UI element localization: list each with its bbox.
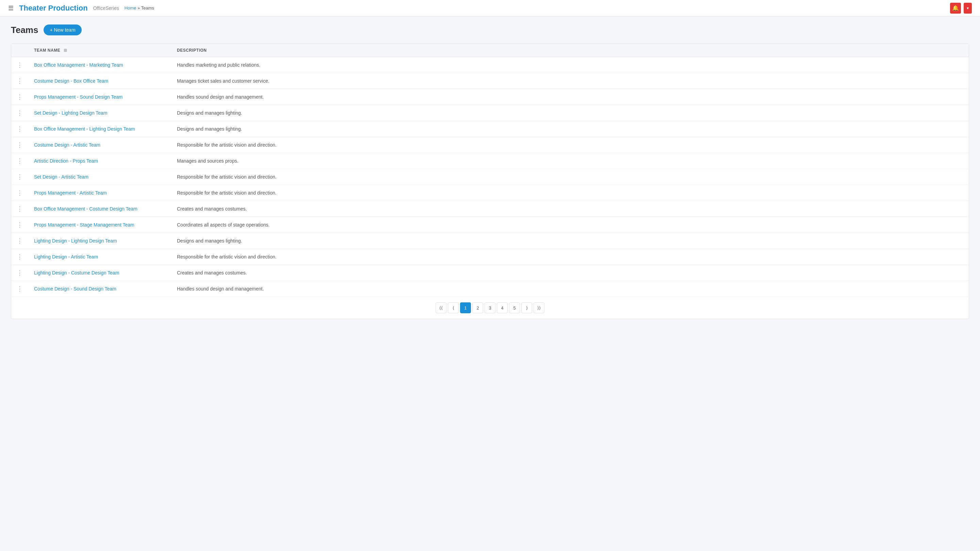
pagination-prev-button[interactable]: ⟨ [448, 302, 459, 313]
row-menu-cell: ⋮ [11, 121, 29, 137]
row-menu-cell: ⋮ [11, 201, 29, 217]
user-dropdown-button[interactable]: ▾ [964, 3, 972, 14]
row-description-cell: Responsible for the artistic vision and … [172, 249, 969, 265]
row-menu-cell: ⋮ [11, 217, 29, 233]
row-team-name-cell: Props Management - Sound Design Team [29, 89, 172, 105]
row-description-cell: Handles sound design and management. [172, 89, 969, 105]
table-row: ⋮Props Management - Artistic TeamRespons… [11, 185, 969, 201]
row-description-cell: Designs and manages lighting. [172, 105, 969, 121]
row-menu-dots-icon[interactable]: ⋮ [17, 173, 23, 180]
row-menu-dots-icon[interactable]: ⋮ [17, 253, 23, 260]
team-name-link[interactable]: Artistic Direction - Props Team [34, 158, 98, 164]
pagination-page-2[interactable]: 2 [472, 302, 483, 313]
col-description-header: DESCRIPTION [172, 44, 969, 57]
row-description-cell: Creates and manages costumes. [172, 201, 969, 217]
pagination-page-4[interactable]: 4 [497, 302, 508, 313]
table-row: ⋮Costume Design - Box Office TeamManages… [11, 73, 969, 89]
row-team-name-cell: Lighting Design - Artistic Team [29, 249, 172, 265]
pagination-page-5[interactable]: 5 [509, 302, 520, 313]
page-content: Teams + New team TEAM NAME ⊞ DESCRIPTION… [0, 16, 980, 327]
new-team-button[interactable]: + New team [43, 24, 81, 35]
row-menu-cell: ⋮ [11, 57, 29, 73]
row-description-cell: Designs and manages lighting. [172, 233, 969, 249]
row-description-cell: Responsible for the artistic vision and … [172, 185, 969, 201]
pagination-page-1[interactable]: 1 [460, 302, 471, 313]
row-menu-cell: ⋮ [11, 105, 29, 121]
row-menu-dots-icon[interactable]: ⋮ [17, 237, 23, 244]
row-menu-dots-icon[interactable]: ⋮ [17, 285, 23, 292]
row-team-name-cell: Set Design - Artistic Team [29, 169, 172, 185]
row-menu-cell: ⋮ [11, 169, 29, 185]
row-description-cell: Responsible for the artistic vision and … [172, 137, 969, 153]
team-name-link[interactable]: Costume Design - Artistic Team [34, 142, 100, 148]
row-menu-dots-icon[interactable]: ⋮ [17, 205, 23, 212]
row-menu-dots-icon[interactable]: ⋮ [17, 221, 23, 228]
row-team-name-cell: Props Management - Artistic Team [29, 185, 172, 201]
notifications-button[interactable]: 🔔 [950, 3, 961, 14]
row-menu-cell: ⋮ [11, 89, 29, 105]
row-menu-cell: ⋮ [11, 153, 29, 169]
row-team-name-cell: Props Management - Stage Management Team [29, 217, 172, 233]
team-name-link[interactable]: Set Design - Artistic Team [34, 174, 89, 179]
pagination: ⟨⟨ ⟨ 1 2 3 4 5 ⟩ ⟩⟩ [11, 297, 969, 319]
table-row: ⋮Lighting Design - Lighting Design TeamD… [11, 233, 969, 249]
team-name-link[interactable]: Set Design - Lighting Design Team [34, 110, 107, 116]
row-menu-dots-icon[interactable]: ⋮ [17, 125, 23, 132]
team-name-link[interactable]: Props Management - Artistic Team [34, 190, 107, 195]
row-description-cell: Coordinates all aspects of stage operati… [172, 217, 969, 233]
row-description-cell: Designs and manages lighting. [172, 121, 969, 137]
row-menu-dots-icon[interactable]: ⋮ [17, 141, 23, 148]
team-name-link[interactable]: Costume Design - Sound Design Team [34, 286, 116, 292]
team-name-link[interactable]: Costume Design - Box Office Team [34, 78, 108, 84]
table-row: ⋮Set Design - Artistic TeamResponsible f… [11, 169, 969, 185]
col-team-name-header: TEAM NAME ⊞ [29, 44, 172, 57]
row-description-cell: Manages ticket sales and customer servic… [172, 73, 969, 89]
row-team-name-cell: Box Office Management - Costume Design T… [29, 201, 172, 217]
team-name-link[interactable]: Lighting Design - Costume Design Team [34, 270, 119, 275]
team-name-link[interactable]: Lighting Design - Lighting Design Team [34, 238, 117, 243]
dropdown-arrow-icon: ▾ [967, 6, 969, 11]
table-row: ⋮Props Management - Stage Management Tea… [11, 217, 969, 233]
row-team-name-cell: Set Design - Lighting Design Team [29, 105, 172, 121]
header-left: ☰ Theater Production OfficeSeries Home »… [8, 4, 154, 13]
row-menu-dots-icon[interactable]: ⋮ [17, 78, 23, 84]
row-team-name-cell: Box Office Management - Marketing Team [29, 57, 172, 73]
filter-icon[interactable]: ⊞ [64, 48, 67, 53]
row-menu-cell: ⋮ [11, 137, 29, 153]
row-team-name-cell: Costume Design - Artistic Team [29, 137, 172, 153]
row-menu-dots-icon[interactable]: ⋮ [17, 94, 23, 100]
pagination-page-3[interactable]: 3 [485, 302, 495, 313]
team-name-link[interactable]: Box Office Management - Lighting Design … [34, 126, 135, 132]
team-name-link[interactable]: Props Management - Stage Management Team [34, 222, 134, 227]
table-header-row: TEAM NAME ⊞ DESCRIPTION [11, 44, 969, 57]
row-menu-dots-icon[interactable]: ⋮ [17, 189, 23, 196]
header-right: 🔔 ▾ [950, 3, 972, 14]
row-team-name-cell: Box Office Management - Lighting Design … [29, 121, 172, 137]
row-menu-dots-icon[interactable]: ⋮ [17, 62, 23, 68]
row-menu-cell: ⋮ [11, 249, 29, 265]
breadcrumb: Home » Teams [124, 5, 154, 11]
row-description-cell: Handles sound design and management. [172, 281, 969, 297]
pagination-next-button[interactable]: ⟩ [521, 302, 532, 313]
team-name-link[interactable]: Box Office Management - Costume Design T… [34, 206, 137, 211]
col-menu-header [11, 44, 29, 57]
pagination-last-button[interactable]: ⟩⟩ [533, 302, 544, 313]
team-name-link[interactable]: Lighting Design - Artistic Team [34, 254, 98, 259]
row-menu-cell: ⋮ [11, 281, 29, 297]
breadcrumb-current: Teams [141, 5, 154, 11]
breadcrumb-home[interactable]: Home [124, 5, 137, 11]
team-name-link[interactable]: Box Office Management - Marketing Team [34, 62, 123, 68]
row-menu-cell: ⋮ [11, 265, 29, 281]
breadcrumb-separator: » [136, 5, 141, 11]
hamburger-menu-icon[interactable]: ☰ [8, 5, 14, 12]
table-row: ⋮Costume Design - Sound Design TeamHandl… [11, 281, 969, 297]
row-menu-dots-icon[interactable]: ⋮ [17, 157, 23, 164]
row-menu-dots-icon[interactable]: ⋮ [17, 269, 23, 276]
table-row: ⋮Box Office Management - Costume Design … [11, 201, 969, 217]
pagination-first-button[interactable]: ⟨⟨ [436, 302, 447, 313]
row-description-cell: Creates and manages costumes. [172, 265, 969, 281]
bell-icon: 🔔 [952, 5, 959, 11]
table-row: ⋮Costume Design - Artistic TeamResponsib… [11, 137, 969, 153]
row-menu-dots-icon[interactable]: ⋮ [17, 110, 23, 116]
team-name-link[interactable]: Props Management - Sound Design Team [34, 94, 123, 100]
